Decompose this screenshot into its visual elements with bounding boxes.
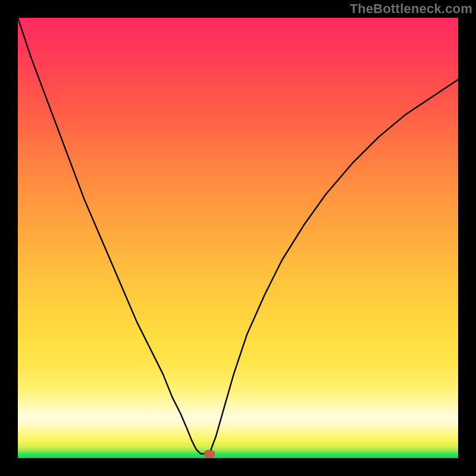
watermark-text: TheBottleneck.com xyxy=(350,1,472,17)
chart-frame: TheBottleneck.com xyxy=(0,0,476,476)
bottleneck-curve xyxy=(18,18,458,458)
min-marker xyxy=(204,450,215,458)
plot-area xyxy=(18,18,458,458)
